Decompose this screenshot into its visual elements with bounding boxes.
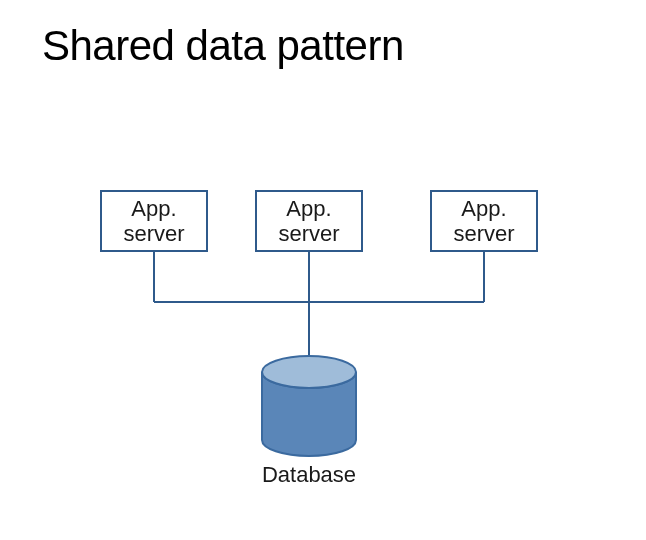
connectors-svg: [0, 0, 646, 540]
database-label: Database: [229, 462, 389, 488]
database-cylinder: [262, 356, 356, 456]
diagram-stage: App. server App. server App. server Data…: [0, 0, 646, 540]
app-server-label: App. server: [278, 196, 339, 247]
app-server-label: App. server: [123, 196, 184, 247]
svg-point-5: [262, 356, 356, 388]
app-server-box-2: App. server: [255, 190, 363, 252]
app-server-box-1: App. server: [100, 190, 208, 252]
app-server-label: App. server: [453, 196, 514, 247]
app-server-box-3: App. server: [430, 190, 538, 252]
